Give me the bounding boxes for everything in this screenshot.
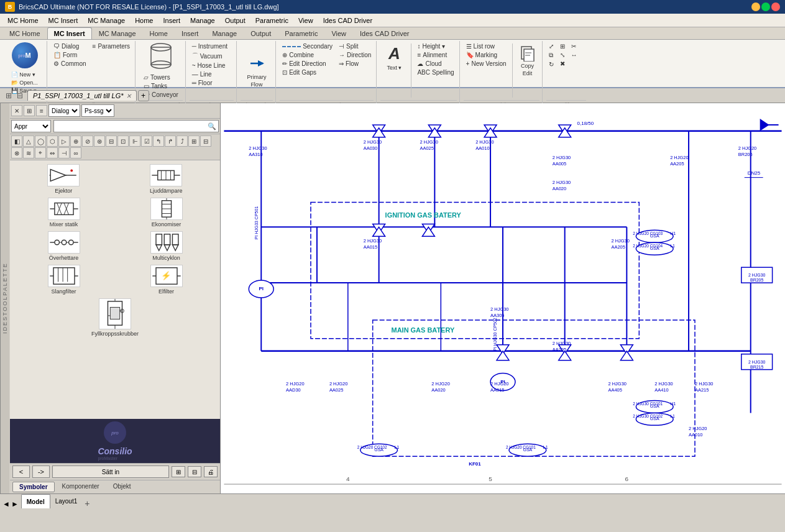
vacuum-button[interactable]: ⌒ Vacuum — [190, 51, 230, 61]
symbol-multicyklon[interactable]: Multicyklon — [150, 231, 183, 261]
tb-icon13[interactable]: ↰ — [153, 135, 164, 147]
towers-button[interactable]: ▱ Towers — [141, 73, 181, 81]
tab-komponenter[interactable]: Komponenter — [56, 482, 106, 492]
tb-icon9[interactable]: ⊟ — [106, 135, 117, 147]
flow-button[interactable]: ⇒ Flow — [336, 60, 374, 68]
edit-direction-button[interactable]: ✏ Edit Direction — [280, 60, 335, 68]
tab-mc-manage[interactable]: MC Manage — [92, 27, 143, 39]
tb-icon23[interactable]: ∞ — [70, 147, 81, 158]
form-button[interactable]: 📋 Form — [51, 51, 89, 59]
tb-icon20[interactable]: ⌖ — [35, 147, 46, 158]
ps-ssg-select[interactable]: Ps-ssg — [81, 104, 114, 117]
direction-button[interactable]: → Direction — [336, 51, 374, 59]
tb-icon19[interactable]: ≋ — [23, 147, 34, 158]
modify-btn4[interactable]: ⊞ — [558, 42, 567, 50]
symbol-overhettare[interactable]: Överhettare — [48, 231, 80, 261]
tb-icon10[interactable]: ⊡ — [117, 135, 129, 147]
tb-icon18[interactable]: ⊗ — [11, 147, 22, 158]
modify-btn3[interactable]: ↻ — [546, 60, 556, 68]
tab-manage[interactable]: Manage — [205, 27, 244, 39]
menu-mc-insert[interactable]: MC Insert — [44, 16, 83, 25]
panel-collapse-icon[interactable]: ⊞ — [4, 91, 14, 101]
search-input[interactable] — [54, 121, 206, 132]
dialog-select[interactable]: Dialog — [48, 104, 80, 117]
text-button[interactable]: A Text ▾ — [380, 42, 408, 73]
maximize-button[interactable] — [761, 2, 770, 11]
menu-home[interactable]: Home — [130, 16, 158, 25]
tab-insert[interactable]: Insert — [175, 27, 206, 39]
common-button[interactable]: ⚙ Common — [51, 60, 89, 68]
menu-mc-manage[interactable]: MC Manage — [83, 16, 130, 25]
tb-icon21[interactable]: ⇔ — [47, 147, 58, 158]
menu-view[interactable]: View — [293, 16, 318, 25]
parameters-button[interactable]: ≡ Parameters — [90, 42, 133, 50]
tb-icon5[interactable]: ▷ — [58, 135, 70, 147]
menu-manage[interactable]: Manage — [185, 16, 220, 25]
doc-tab-main[interactable]: P1_5SPI_17003_1_utl till LG* ✕ — [27, 90, 137, 101]
tb-icon17[interactable]: ⊟ — [200, 135, 211, 147]
symbol-slangfilter[interactable]: Slangfilter — [48, 265, 80, 295]
status-tab-model[interactable]: Model — [21, 494, 50, 508]
tb-icon16[interactable]: ⊞ — [188, 135, 200, 147]
tb-icon1[interactable]: ◧ — [11, 135, 22, 147]
modify-btn2[interactable]: ⧉ — [546, 51, 556, 60]
list-btn[interactable]: ≡ — [36, 105, 47, 116]
split-button[interactable]: ⊣ Split — [336, 42, 374, 50]
tb-icon14[interactable]: ↱ — [165, 135, 176, 147]
dialog-button[interactable]: 🗨 Dialog — [51, 42, 89, 50]
symbol-ekonomiser[interactable]: Ekonomiser — [150, 198, 183, 227]
close-button[interactable] — [771, 2, 780, 11]
new-button[interactable]: 📄 New ▾ — [9, 71, 40, 78]
tb-icon3[interactable]: ◯ — [35, 135, 46, 147]
tab-ides-cad[interactable]: Ides CAD Driver — [353, 27, 416, 39]
modify-btn7[interactable]: ✂ — [569, 42, 580, 50]
list-row-button[interactable]: ☰ List row — [464, 42, 509, 50]
tab-symboler[interactable]: Symboler — [12, 482, 55, 492]
nav-back-button[interactable]: < — [12, 466, 30, 478]
tb-icon15[interactable]: ⤴ — [177, 135, 188, 147]
tb-icon11[interactable]: ⊩ — [129, 135, 140, 147]
tb-icon7[interactable]: ⊘ — [82, 135, 93, 147]
tab-mc-home[interactable]: MC Home — [2, 27, 47, 39]
hose-line-button[interactable]: ~ Hose Line — [190, 62, 230, 70]
menu-mc-home[interactable]: MC Home — [2, 16, 44, 25]
modify-btn5[interactable]: ⤡ — [558, 51, 567, 59]
add-layout-button[interactable]: + — [82, 498, 92, 508]
tab-add-button[interactable]: + — [138, 90, 149, 101]
tab-parametric[interactable]: Parametric — [278, 27, 324, 39]
floor-button[interactable]: ═ Floor — [190, 79, 230, 87]
panel-expand-icon[interactable]: ⊟ — [15, 91, 25, 101]
nav-forward-button[interactable]: -> — [32, 466, 50, 478]
spelling-button[interactable]: ABC Spelling — [415, 68, 456, 76]
open-button[interactable]: 📂 Open... — [9, 79, 40, 86]
symbol-mixer[interactable]: Mixer statik — [48, 198, 80, 227]
inject-button[interactable]: Sätt in — [52, 466, 169, 478]
search-icon[interactable]: 🔍 — [206, 121, 218, 132]
height-button[interactable]: ↕ Height▾ — [415, 42, 456, 50]
primary-flow-button[interactable]: Primary Flow — [243, 52, 270, 89]
tb-icon4[interactable]: ⬡ — [47, 135, 58, 147]
symbol-ljuddampare[interactable]: Ljuddämpare — [150, 164, 183, 194]
marking-button[interactable]: 🔖 Marking — [464, 51, 509, 59]
menu-ides-cad-driver[interactable]: Ides CAD Driver — [318, 16, 377, 25]
instrument-button[interactable]: ─ Instrument — [190, 42, 230, 50]
line-button[interactable]: — Line — [190, 70, 230, 78]
combine-button[interactable]: ⊕ Combine — [280, 51, 335, 59]
tab-view[interactable]: View — [324, 27, 353, 39]
drawing-area[interactable]: IGNITION GAS BATERY MAIN GAS BATERY — [221, 103, 785, 493]
doc-tab-close[interactable]: ✕ — [126, 93, 131, 99]
tb-icon8[interactable]: ⊛ — [94, 135, 105, 147]
edit-gaps-button[interactable]: ⊡ Edit Gaps — [280, 68, 335, 76]
tb-icon2[interactable]: △ — [23, 135, 34, 147]
symbol-ejektor[interactable]: Ejektor — [47, 164, 80, 194]
appr-select[interactable]: Appr All — [11, 120, 51, 132]
status-nav-next[interactable]: ► — [11, 500, 19, 508]
modify-btn8[interactable]: ↔ — [569, 51, 580, 59]
tab-objekt[interactable]: Objekt — [107, 482, 137, 492]
alinment-button[interactable]: ≡ Alinment — [415, 51, 456, 59]
tanks-button[interactable]: ▭ Tanks — [141, 82, 181, 90]
minimize-button[interactable] — [751, 2, 760, 11]
tb-icon22[interactable]: ⊣ — [58, 147, 70, 158]
panel-nav2[interactable]: ⊟ — [188, 466, 201, 477]
menu-insert[interactable]: Insert — [158, 16, 185, 25]
